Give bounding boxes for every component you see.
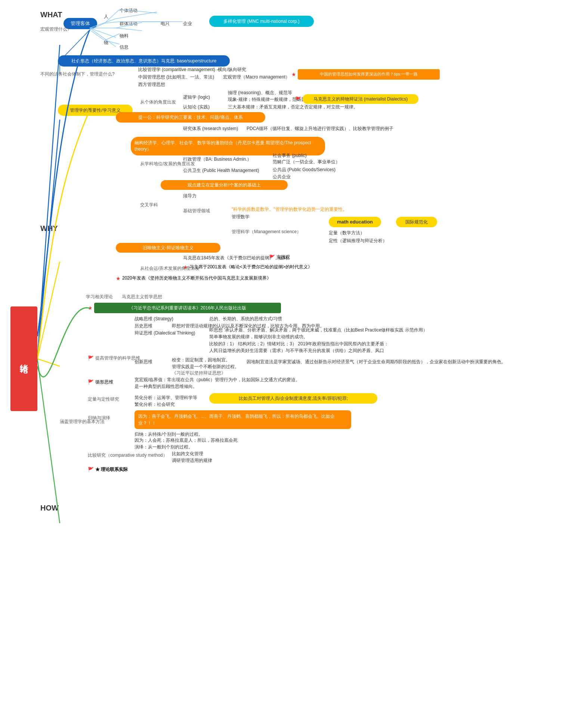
text-chuangxin-desc3: 因地制宜道法是学家宽诚场、通过创新告示对经济景气（对于企业生命周期/5阶段的抵告… [247,359,471,365]
node-guandian-jianli: 观点建立在定量分析/个案的的基础上 [161,180,288,190]
text-butong: 不同的法务社会体制下，管理是什么? [40,71,115,77]
text-gonggong-weisheng: 公共卫生 (Public Health Management) [183,167,259,174]
node-tiyigong: 提一公：科学研究的三要素：技术、问题/痛点、体系 [116,112,265,123]
svg-line-14 [105,22,120,23]
text-guanli-kexue: 管理科学（Management science） [232,229,301,235]
mind-map: 绪论 WHAT 管理客体 人 物 宏观管理什么? 个体活动 群体活动 电只 企业… [0,0,569,728]
node-2020-star: ★ 2020年发表《坚持历史唯物主义不断开拓当代中国马克思主义发展新境界》 [116,275,271,281]
text-xingzheng: 行政管理（BA: Business Admin.） [183,156,251,163]
node-xi-2001: ★ 习主席于2001发表《略论<关于费尔巴哈的提纲>的时代意义》 [183,264,312,270]
text-fanhua-fenxi: 繁化分析：社会研究 [134,401,175,408]
star-icon-xi: ★ [183,264,188,270]
text-xu-daoli: 须导力 [183,193,197,199]
text-gonggong-qiye: 公共企业 [273,174,291,180]
text-zhongguo-guanli: 中国管理思想 (比如明主、一法、常法) 宏观管理（Macro managemen… [138,74,290,80]
text-diaoyan-guanli: 调研管理适用的规律 [172,457,212,464]
text-fanchou: 范畴广泛（一切企业、事业单位） [273,159,340,165]
text-xuexi-lilun: 学习相关理论 马克思主义哲学思想 [86,294,162,300]
text-geti-jiaodu: 从个体的角度出发 [140,99,176,105]
star-icon-xi-book: ★ [88,305,93,311]
text-dingxing: 定性（逻辑推理与辩证分析） [329,238,387,244]
node-shehui-xingtai: 社会形态（经济形态、政治形态、意识形态）马克思: base/superstruc… [58,55,230,67]
node-xunxing-siwei: 🚩 循形思维 [88,379,113,385]
text-jiaocha-xueke: 交叉学科 [140,202,158,208]
svg-line-4 [37,359,60,523]
node-guina-desc: 因为：燕子会飞、丹顶鹤会飞、...、而燕子、丹顶鹤、喜鹊都能飞，所以：所有的鸟都… [134,410,351,429]
flag-icon-xunxing: 🚩 [88,379,94,385]
text-pdca: PDCA循环（循环往复、螺旋上升地进行管理实践）、比较教学管理的例子 [247,126,393,132]
text-bianzhen-desc3: 比较的3：1） 结构对比；2）情绪对比；3） 2019年政府报告指出中国民祭内的… [209,341,389,347]
text-yinwei-ren: 因为：人会死；苏格拉底是人；所以，苏格拉底会死 [134,437,238,444]
text-yanyi-def: 演绎：从一般到个别的过程。 [134,444,193,450]
text-kua-wenhua: 比如跨文化管理 [172,451,203,457]
svg-line-11 [116,28,142,31]
node-guoji-guifanhua: 国际规范化 [396,217,437,227]
text-zhanlve-siwei: 战略思维 (Strategy) [134,316,173,322]
text-chouli: 抽理 (reasoning)、概念、规范等 [228,90,292,96]
node-jiu-weiwu: 旧唯物主义-辩证唯物主义 [116,243,220,253]
text-bianzhen-desc: 即思想 '承认矛盾、分析矛盾、解决矛盾，两于彼此来威，找准重点（比如Best P… [209,327,427,333]
flag-icon-tigao: 🚩 [88,355,94,361]
text-geti: 个体活动 [120,7,137,14]
text-xunxing-desc2: 是一种典型的后顾性思维倾向。 [134,383,197,390]
node-xi-bianzhen: 《习近平以坚持辩证思想》 [172,370,226,376]
svg-line-2 [37,262,60,359]
text-renzhi: 认知论 (实践) [183,104,210,110]
text-jichu-lingyu: 基础管理领域 [183,208,210,214]
how-label: HOW [40,504,59,512]
flag-icon-makesi: 🚩 [295,96,301,102]
text-zhanlve-desc: 总的、长期的、系统的思维方式/习惯 [209,316,282,322]
node-lilun-shiji: 🚩 ★ 理论联系实际 [88,466,128,473]
text-xinxi: 信息 [120,44,129,50]
svg-line-0 [37,45,60,359]
text-chuangxin-desc1: 校变：固定制度，因地制宜。 [172,357,230,363]
text-chuangxin-desc2: 管理实践是一个不断创新的过程。 [172,364,239,370]
text-wu: 物 [104,40,108,46]
text-lishi-siwei: 历史思维 [134,323,152,329]
text-qunti: 群体活动 [120,21,137,27]
text-bijiao-yanjiu: 比较研究（comparative study method） [88,452,167,459]
central-node: 绪论 [10,306,37,411]
text-dian: 电只 [161,21,170,27]
text-bianzhen-siwei: 辩证思维 (Dialectical Thinking) [134,330,195,336]
flag-icon-shijian: 🚩 [269,255,275,260]
text-yanjiu-tixi: 研究体系 (research system) [183,126,238,132]
text-kexue-yuanshu: "科学的原数是数学。"管理学的数学化趋势一定的重要性。 [232,206,347,213]
node-math-education: math education [329,217,381,227]
text-dingliang: 定量（数学方法） [329,230,365,236]
text-macro-q: 宏观管理什么? [40,26,70,33]
text-qiye: 企业 [183,21,192,27]
text-sanda-guilv: 三大基本规律：矛盾互克规律，否定之否定规律，对立统一规律。 [228,104,358,110]
star-icon-1: ★ [291,71,296,77]
text-shehui-shiwu: 社会事务 (public) [273,152,307,159]
node-zhongguo-star: ★ 中国的管理思想如何发挥更深远的作用？tips:一带一路 [291,69,440,80]
svg-line-3 [37,359,60,366]
text-guina-yanyi: 归纳与演绎 [88,415,110,421]
svg-line-8 [90,28,116,47]
text-chuangxin-siwei: 创新思维 [134,359,152,365]
why-label: WHY [40,224,58,233]
text-jianhua-fenxi: 简化分析：运筹学、管理科学等 [134,395,197,401]
text-wuliao: 物料 [120,33,129,39]
text-bianzhen-desc4: 人民日益增长的美好生活需要（需求）与不平衡不充分的发展（供给）之间的矛盾、风口 [209,348,384,354]
text-luoji: 逻辑学 (logic) [183,94,210,101]
text-guina-def: 归纳：从特殊/个别到一般的过程。 [134,431,203,438]
node-mnc: 多样化管理 (MNC multi-national corp.) [209,16,314,27]
node-yuangong-manyidu: 比如员工对管理人员/企业制度满意度,流失率/辞职/犯罪; [209,393,377,404]
node-shijian-guan: 🚩 实践观 [269,254,290,260]
text-bijiao-guanli: 比较管理学 (comparitive management) -横向/纵向研究 [138,67,246,73]
text-gonggong-pin: 公共品 (Public Goods/Services) [273,167,335,173]
svg-line-7 [90,28,116,37]
node-makesi-bianzhi: 🚩 马克思主义的辩物辩证法 (materialist Dialectics) [295,94,418,104]
text-bianzhen-desc2: 简单事物发展的规律，能够识别非主动维的成功。 [209,334,308,340]
node-xi-book: ★ 《习近平总书记系列重要讲话读本》2016年人民出版社出版 [88,303,281,313]
svg-line-19 [90,30,105,40]
what-label: WHAT [40,10,62,19]
text-guanli-shuxue: 管理数学 [232,214,250,220]
node-tigao-kexue: 🚩 提高管理学的科学思维 [88,355,140,361]
svg-line-1 [37,120,60,359]
text-xifang-guanli: 西方管理思想 [138,81,165,88]
star-icon-2020: ★ [116,275,121,281]
flag-icon-lilun: 🚩 [88,467,94,472]
text-dingliang-yanjiu: 定量与定性研究 [88,396,119,402]
